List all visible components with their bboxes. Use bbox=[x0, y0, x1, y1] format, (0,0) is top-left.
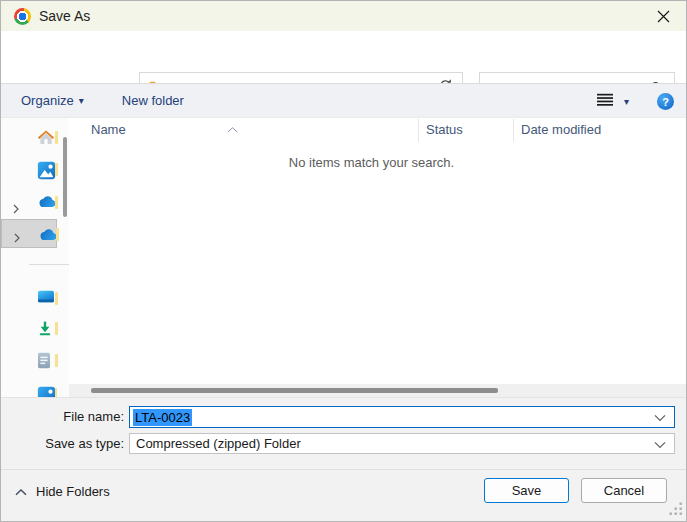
file-name-value[interactable]: LTA-0023 bbox=[133, 409, 192, 426]
resize-grip[interactable] bbox=[669, 502, 683, 520]
sidebar-item-downloads[interactable] bbox=[1, 320, 57, 348]
clipped-label-sliver bbox=[56, 228, 59, 241]
sidebar-item-home[interactable] bbox=[1, 129, 57, 157]
clipped-label-sliver bbox=[55, 322, 58, 335]
file-name-input[interactable]: LTA-0023 bbox=[129, 406, 675, 428]
clipped-label-sliver bbox=[55, 354, 58, 367]
save-as-dialog: Save As ← → ↑ « Desktop › En bbox=[0, 0, 687, 522]
column-header-date-modified[interactable]: Date modified bbox=[521, 122, 601, 137]
home-icon bbox=[37, 129, 55, 149]
chevron-right-icon[interactable] bbox=[14, 229, 20, 247]
toolbar-right-group: ▾ ? bbox=[596, 84, 674, 119]
organize-button[interactable]: Organize ▾ bbox=[21, 93, 84, 108]
footer-divider bbox=[1, 469, 686, 470]
clipped-label-sliver bbox=[55, 196, 58, 209]
sidebar-item-documents[interactable] bbox=[1, 352, 57, 380]
cancel-button[interactable]: Cancel bbox=[581, 478, 667, 503]
chrome-icon bbox=[14, 8, 31, 25]
clipped-label-sliver bbox=[55, 131, 58, 144]
close-icon bbox=[657, 10, 670, 23]
sidebar-scrollbar[interactable] bbox=[63, 137, 67, 217]
sidebar-item-pictures-clipped[interactable] bbox=[1, 386, 57, 397]
sort-ascending-icon bbox=[227, 119, 238, 137]
save-as-type-value: Compressed (zipped) Folder bbox=[136, 436, 301, 451]
dialog-footer: File name: LTA-0023 Save as type: Compre… bbox=[1, 397, 686, 522]
sidebar-item-onedrive-selected[interactable] bbox=[1, 219, 57, 248]
sidebar-item-gallery[interactable] bbox=[1, 161, 57, 189]
onedrive-icon bbox=[37, 194, 57, 212]
sidebar-item-onedrive[interactable] bbox=[1, 194, 57, 222]
clipped-label-sliver bbox=[55, 292, 58, 305]
column-header-name[interactable]: Name bbox=[91, 122, 126, 137]
documents-icon bbox=[37, 352, 51, 373]
column-separator[interactable] bbox=[513, 119, 514, 142]
new-folder-button[interactable]: New folder bbox=[122, 93, 184, 108]
pictures-icon bbox=[37, 386, 56, 397]
help-button[interactable]: ? bbox=[657, 93, 674, 110]
navigation-bar: ← → ↑ « Desktop › End Of Season bbox=[1, 31, 686, 83]
file-name-label: File name: bbox=[1, 409, 124, 424]
clipped-label-sliver bbox=[55, 163, 58, 176]
empty-results-message: No items match your search. bbox=[69, 155, 687, 170]
horizontal-scrollbar-thumb[interactable] bbox=[91, 388, 498, 393]
sidebar-divider bbox=[29, 264, 69, 265]
chevron-right-icon[interactable] bbox=[13, 200, 19, 218]
dialog-title: Save As bbox=[39, 8, 90, 24]
sidebar-item-desktop[interactable] bbox=[1, 290, 57, 318]
desktop-icon bbox=[37, 290, 55, 308]
chevron-down-icon bbox=[654, 408, 666, 426]
column-separator[interactable] bbox=[418, 119, 419, 142]
chevron-down-icon bbox=[654, 435, 666, 453]
column-header-status[interactable]: Status bbox=[426, 122, 463, 137]
hide-folders-button[interactable]: Hide Folders bbox=[15, 484, 110, 499]
view-options-caret[interactable]: ▾ bbox=[622, 96, 631, 107]
hide-folders-label: Hide Folders bbox=[36, 484, 110, 499]
navigation-pane bbox=[1, 118, 69, 397]
titlebar: Save As bbox=[1, 1, 686, 31]
details-view-icon bbox=[596, 93, 614, 111]
save-as-type-dropdown-button[interactable] bbox=[646, 435, 674, 453]
gallery-icon bbox=[37, 161, 56, 184]
dialog-content: Name Status Date modified No items match… bbox=[1, 118, 686, 397]
column-headers: Name Status Date modified bbox=[69, 118, 687, 142]
file-list: Name Status Date modified No items match… bbox=[69, 118, 687, 397]
horizontal-scrollbar[interactable] bbox=[69, 384, 687, 397]
clipped-label-sliver bbox=[55, 388, 57, 397]
save-button[interactable]: Save bbox=[484, 478, 569, 503]
save-as-type-label: Save as type: bbox=[1, 436, 124, 451]
downloads-icon bbox=[37, 320, 53, 340]
file-name-dropdown-button[interactable] bbox=[646, 408, 674, 426]
chevron-up-icon bbox=[15, 484, 27, 499]
command-toolbar: Organize ▾ New folder ▾ ? bbox=[1, 83, 686, 118]
caret-down-icon: ▾ bbox=[79, 95, 84, 106]
new-folder-label: New folder bbox=[122, 93, 184, 108]
close-button[interactable] bbox=[646, 1, 680, 31]
help-icon: ? bbox=[662, 96, 669, 108]
change-view-button[interactable] bbox=[596, 93, 614, 111]
onedrive-icon bbox=[38, 227, 58, 245]
save-as-type-select[interactable]: Compressed (zipped) Folder bbox=[129, 433, 675, 454]
organize-label: Organize bbox=[21, 93, 74, 108]
